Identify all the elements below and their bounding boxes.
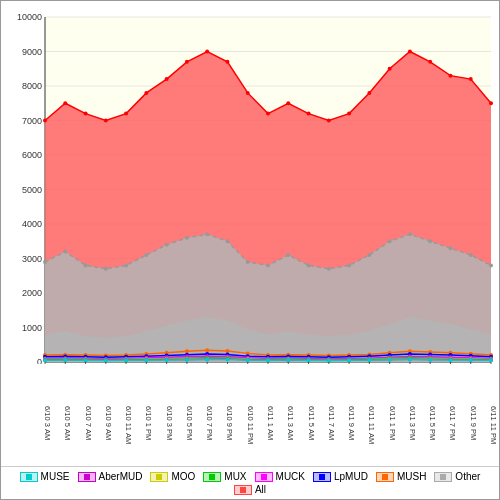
chart-container: MUSEAberMUDMOOMUXMUCKLpMUDMUSHOtherAll: [0, 0, 500, 500]
legend-label: All: [255, 484, 266, 495]
chart-title: [1, 1, 499, 9]
legend-item: LpMUD: [313, 471, 368, 482]
legend-label: MUX: [224, 471, 246, 482]
legend-item: MUCK: [255, 471, 305, 482]
legend-item: MUSH: [376, 471, 426, 482]
legend-label: MOO: [171, 471, 195, 482]
x-axis-area: [7, 402, 499, 466]
legend-item: MOO: [150, 471, 195, 482]
legend-label: MUSH: [397, 471, 426, 482]
legend-label: Other: [455, 471, 480, 482]
legend-item: All: [234, 484, 266, 495]
legend-item: MUX: [203, 471, 246, 482]
chart-canvas: [7, 9, 499, 364]
legend: MUSEAberMUDMOOMUXMUCKLpMUDMUSHOtherAll: [1, 466, 499, 499]
legend-label: MUSE: [41, 471, 70, 482]
plot-and-xaxis: [7, 9, 499, 466]
chart-area: [1, 9, 499, 466]
legend-item: AberMUD: [78, 471, 143, 482]
legend-item: Other: [434, 471, 480, 482]
legend-label: LpMUD: [334, 471, 368, 482]
plot-wrapper: [7, 9, 499, 402]
xaxis-canvas: [7, 402, 499, 462]
legend-label: MUCK: [276, 471, 305, 482]
legend-label: AberMUD: [99, 471, 143, 482]
legend-item: MUSE: [20, 471, 70, 482]
